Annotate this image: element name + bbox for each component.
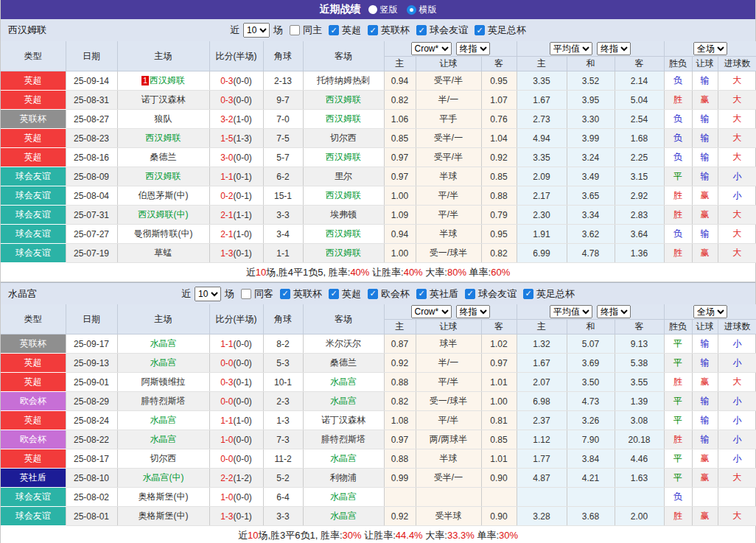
sub-column-header: 主	[517, 57, 567, 71]
bookmaker-select[interactable]: Crow*	[411, 305, 452, 318]
handicap-away-odds: 0.85	[481, 167, 517, 186]
average-select[interactable]: 平均值	[550, 305, 592, 318]
fulltime-select[interactable]: 全场	[693, 305, 727, 318]
league-checkbox[interactable]: ✓	[416, 289, 427, 299]
result-header-group: 全场	[664, 41, 756, 57]
match-count-select[interactable]: 10	[243, 23, 270, 38]
league-type-badge: 球会友谊	[1, 244, 66, 263]
corner-score: 7-5	[263, 129, 303, 148]
bookmaker-select[interactable]: Crow*	[411, 42, 452, 55]
final-odds-select[interactable]: 终指	[456, 305, 490, 318]
final-odds-select-2[interactable]: 终指	[597, 305, 631, 318]
league-checkbox[interactable]: ✓	[475, 25, 485, 35]
average-select[interactable]: 平均值	[550, 42, 592, 55]
match-score: 0-2(0-1)	[209, 186, 263, 206]
fulltime-select[interactable]: 全场	[693, 42, 727, 55]
league-type-badge: 英超	[1, 449, 66, 469]
home-team-name: 西汉姆联	[150, 75, 185, 85]
column-header: 客场	[303, 41, 384, 71]
column-header: 比分(半场)	[209, 41, 263, 71]
euro-draw-odds: 3.24	[567, 148, 615, 167]
summary-segment: 让胜率:	[362, 530, 396, 541]
home-team: 伯恩茅斯(中)	[117, 186, 209, 206]
halftime-score: (0-0)	[234, 396, 252, 407]
final-odds-select-2[interactable]: 终指	[597, 42, 631, 55]
final-odds-select[interactable]: 终指	[456, 42, 490, 55]
league-checkbox[interactable]: ✓	[465, 289, 475, 299]
layout-radio-group: 竖版 横版	[368, 4, 437, 16]
radio-horizontal-layout[interactable]: 横版	[407, 4, 437, 16]
euro-home-odds: 2.30	[517, 206, 567, 225]
league-label: 英联杯	[293, 287, 322, 301]
home-team: 奥格斯堡(中)	[117, 507, 209, 526]
euro-home-odds: 2.09	[517, 167, 567, 186]
result-goals: 大	[718, 373, 756, 392]
radio-vertical-layout[interactable]: 竖版	[368, 4, 398, 16]
euro-home-odds: 2.73	[517, 110, 567, 129]
radio-vertical-icon[interactable]	[368, 5, 377, 14]
sub-column-header: 客	[615, 320, 664, 334]
league-checkbox[interactable]: ✓	[329, 25, 339, 35]
result-handicap: 输	[692, 167, 718, 186]
match-row: 英社盾25-08-10水晶宫(中)2-2(1-2)5-2利物浦0.99受半/一0…	[1, 469, 756, 488]
league-checkbox[interactable]: ✓	[368, 25, 378, 35]
euro-away-odds: 2.83	[615, 206, 664, 225]
handicap-home-odds: 0.88	[384, 449, 416, 469]
halftime-score: (0-0)	[234, 492, 252, 502]
league-checkbox[interactable]: ✓	[329, 289, 339, 299]
home-team: 水晶宫	[117, 411, 209, 430]
euro-draw-odds: 3.52	[567, 71, 615, 91]
away-team: 西汉姆联	[303, 91, 384, 110]
away-team-name: 水晶宫	[330, 396, 357, 406]
match-date: 25-09-13	[66, 354, 117, 373]
result-outcome: 胜	[664, 206, 692, 225]
result-goals: 小	[718, 411, 756, 430]
away-team: 托特纳姆热刺	[303, 71, 384, 91]
corner-score: 1-1	[263, 244, 303, 263]
home-team-name: 水晶宫	[150, 338, 177, 348]
league-checkbox[interactable]: ✓	[368, 289, 378, 299]
same-venue-checkbox[interactable]	[290, 25, 300, 35]
away-team: 埃弗顿	[303, 206, 384, 225]
handicap-header-group: Crow*终指	[384, 304, 517, 320]
home-team-name: 水晶宫	[150, 434, 177, 444]
league-type-badge: 球会友谊	[1, 206, 66, 225]
sub-column-header: 主	[384, 57, 416, 71]
euro-away-odds: 4.46	[615, 449, 664, 469]
euro-away-odds: 9.13	[615, 334, 664, 354]
league-checkbox[interactable]: ✓	[416, 25, 427, 35]
euro-home-odds: 6.98	[517, 392, 567, 411]
summary-segment: 近	[238, 530, 248, 541]
away-team-name: 利物浦	[330, 472, 357, 483]
league-checkbox[interactable]: ✓	[523, 289, 533, 299]
result-outcome: 平	[664, 167, 692, 186]
halftime-score: (0-0)	[234, 76, 252, 86]
league-checkbox[interactable]: ✓	[280, 289, 290, 299]
column-header: 主场	[117, 304, 209, 334]
halftime-score: (1-0)	[234, 114, 252, 125]
radio-vertical-label: 竖版	[380, 4, 398, 16]
euro-draw-odds: 3.68	[567, 507, 615, 526]
handicap-home-odds: 0.97	[384, 148, 416, 167]
result-goals: 大	[718, 91, 756, 110]
handicap-line: 半球	[416, 225, 481, 244]
handicap-home-odds	[384, 488, 416, 507]
same-venue-checkbox[interactable]	[241, 289, 251, 299]
match-score: 2-1(1-1)	[209, 206, 263, 225]
handicap-away-odds: 0.97	[481, 354, 517, 373]
record-summary: 近10场,胜3平6负1, 胜率:30% 让胜率:44.4% 大率:33.3% 单…	[1, 526, 755, 543]
team-name: 西汉姆联	[8, 24, 46, 37]
result-outcome: 胜	[664, 91, 692, 110]
handicap-away-odds: 0.90	[481, 507, 517, 526]
euro-away-odds: 3.64	[615, 225, 664, 244]
fulltime-score: 0-3	[220, 76, 233, 86]
radio-horizontal-icon[interactable]	[407, 5, 416, 15]
home-team: 切尔西	[117, 449, 209, 469]
home-team-name: 阿斯顿维拉	[141, 376, 186, 387]
result-handicap: 赢	[692, 507, 718, 526]
euro-draw-odds	[567, 488, 615, 507]
handicap-away-odds: 1.01	[481, 449, 517, 469]
match-count-select[interactable]: 10	[195, 287, 221, 301]
match-row: 球会友谊25-07-31西汉姆联(中)2-1(1-1)3-3埃弗顿1.09平/半…	[1, 206, 756, 225]
euro-draw-odds: 7.90	[567, 430, 615, 449]
